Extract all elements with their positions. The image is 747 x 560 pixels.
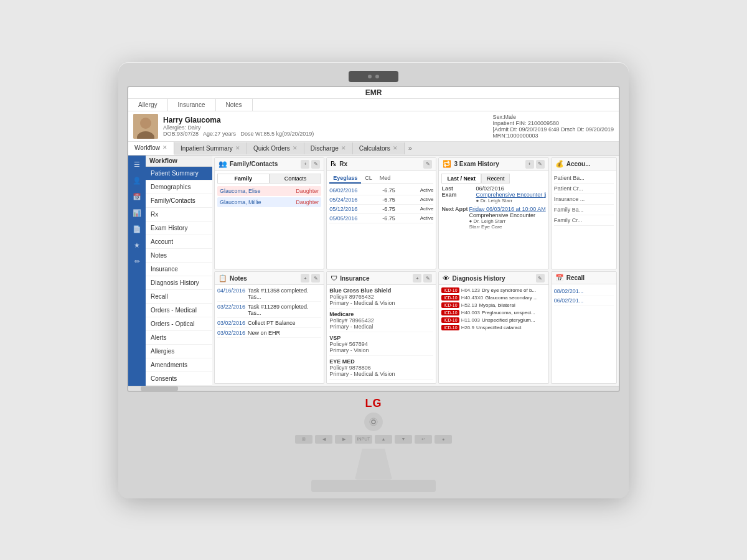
monitor-neck — [355, 449, 392, 480]
rx-icon: ℞ — [331, 160, 337, 168]
family-name-millie[interactable]: Glaucoma, Millie — [220, 199, 261, 205]
workflow-header: Workflow — [146, 156, 212, 167]
ctrl-btn-4[interactable]: INPUT — [355, 435, 372, 444]
tab-workflow-close[interactable]: ✕ — [162, 144, 167, 151]
rx-tab-cl[interactable]: CL — [361, 174, 376, 184]
tab-discharge-close[interactable]: ✕ — [341, 145, 346, 151]
rx-tab-eyeglass[interactable]: Eyeglass — [329, 174, 361, 184]
sidebar-item-alerts[interactable]: Alerts — [146, 331, 212, 345]
tab-discharge[interactable]: Discharge ✕ — [304, 142, 353, 154]
exam-tab-lastnext[interactable]: Last / Next — [441, 174, 481, 184]
tab-calculators[interactable]: Calculators ✕ — [353, 142, 405, 154]
diagnosis-edit-button[interactable]: ✎ — [536, 274, 545, 282]
family-tab-contacts[interactable]: Contacts — [270, 174, 322, 184]
exam-edit-button[interactable]: ✎ — [536, 160, 545, 169]
rx-val-4: -6.75 — [382, 215, 395, 222]
scrollbar[interactable] — [128, 386, 619, 391]
sidebar-icon-chart[interactable]: 📊 — [128, 207, 146, 220]
sidebar-item-consents[interactable]: Consents — [146, 372, 212, 386]
top-tab-allergy[interactable]: Allergy — [128, 99, 168, 111]
notes-icon: 📋 — [218, 274, 227, 282]
sidebar-item-allergies[interactable]: Allergies — [146, 345, 212, 358]
sidebar-item-family[interactable]: Family/Contacts — [146, 194, 212, 208]
exam-tab-recent[interactable]: Recent — [481, 174, 510, 184]
family-body: Family Contacts Glaucoma, Elise Daughter… — [215, 171, 324, 269]
svg-point-3 — [372, 420, 375, 424]
insurance-edit-button[interactable]: ✎ — [423, 274, 432, 282]
diagnosis-icon: 👁 — [443, 274, 449, 282]
monitor: EMR Allergy Insurance Notes Harry Glauco… — [118, 62, 629, 498]
sidebar-item-rx[interactable]: Rx — [146, 208, 212, 222]
widget-family: 👥 Family/Contacts + ✎ Family Contacts — [214, 157, 324, 270]
sidebar-icon-doc[interactable]: 📄 — [128, 223, 146, 236]
family-name-elise[interactable]: Glaucoma, Elise — [220, 188, 261, 194]
insurance-add-button[interactable]: + — [413, 274, 421, 282]
family-tab-family[interactable]: Family — [217, 174, 270, 184]
tab-workflow[interactable]: Workflow ✕ — [128, 142, 174, 155]
tab-quickorders-close[interactable]: ✕ — [293, 145, 298, 151]
notes-date-2: 03/22/2016 — [217, 304, 245, 316]
sidebar-item-patient-summary[interactable]: Patient Summary — [146, 167, 212, 180]
sidebar-icon-calendar[interactable]: 📅 — [128, 190, 146, 204]
family-actions: + ✎ — [301, 160, 320, 169]
notes-add-button[interactable]: + — [301, 274, 309, 282]
ctrl-btn-dot[interactable]: ● — [435, 435, 452, 444]
recall-icon: 📅 — [555, 274, 564, 282]
sidebar-icon-star[interactable]: ★ — [128, 239, 146, 253]
sidebar-item-account[interactable]: Account — [146, 235, 212, 249]
sidebar-icon-user[interactable]: 👤 — [128, 174, 146, 188]
diag-num-3: H52.13 — [461, 302, 477, 308]
ctrl-btn-7[interactable]: ↩ — [415, 435, 432, 444]
diag-num-2: H40.43X0 — [461, 295, 484, 301]
rx-date-3: 05/12/2016 — [329, 206, 357, 212]
webcam — [349, 71, 398, 82]
tab-inpatient-label: Inpatient Summary — [181, 145, 233, 152]
tab-quickorders[interactable]: Quick Orders ✕ — [247, 142, 304, 154]
exam-last-link[interactable]: Comprehensive Encounter ℹ — [476, 192, 546, 198]
top-tab-notes[interactable]: Notes — [216, 99, 253, 111]
tab-inpatient-close[interactable]: ✕ — [235, 145, 240, 151]
ctrl-btn-5[interactable]: ▲ — [375, 435, 392, 444]
ctrl-btn-1[interactable]: ⊞ — [295, 435, 312, 444]
tab-calculators-close[interactable]: ✕ — [393, 145, 398, 151]
tab-inpatient[interactable]: Inpatient Summary ✕ — [174, 142, 247, 154]
scrollbar-thumb[interactable] — [141, 386, 178, 391]
notes-edit-button[interactable]: ✎ — [311, 274, 320, 282]
sidebar-item-insurance[interactable]: Insurance — [146, 263, 212, 276]
rx-date-2: 05/24/2016 — [329, 197, 357, 203]
diag-code-3: ICD-10 — [441, 302, 459, 308]
exam-icon: 🔁 — [443, 160, 451, 168]
sidebar-item-diagnosis[interactable]: Diagnosis History — [146, 276, 212, 290]
diag-code-2: ICD-10 — [441, 295, 459, 301]
exam-last-date: 06/02/2016 — [476, 185, 546, 192]
diag-code-5: ICD-10 — [441, 317, 459, 323]
sidebar-item-orders-optical[interactable]: Orders - Optical — [146, 317, 212, 331]
sidebar-item-amendments[interactable]: Amendments — [146, 358, 212, 372]
exam-add-button[interactable]: + — [525, 160, 534, 169]
ctrl-btn-3[interactable]: ▶ — [335, 435, 352, 444]
account-row-4: Family Ba... — [554, 205, 614, 215]
exam-next-place: Starr Eye Care — [469, 224, 546, 230]
ctrl-btn-2[interactable]: ◀ — [315, 435, 332, 444]
exam-next-link[interactable]: Friday 06/03/2016 at 10:00 AM — [469, 206, 546, 212]
rx-tab-med[interactable]: Med — [376, 174, 395, 184]
rx-edit-button[interactable]: ✎ — [423, 160, 432, 169]
sidebar-item-demographics[interactable]: Demographics — [146, 180, 212, 194]
sidebar-icon-menu[interactable]: ☰ — [128, 158, 146, 172]
sidebar-item-notes[interactable]: Notes — [146, 249, 212, 263]
sidebar-icon-edit[interactable]: ✏ — [128, 255, 146, 269]
family-edit-button[interactable]: ✎ — [311, 160, 320, 169]
diag-code-1: ICD-10 — [441, 287, 459, 293]
ctrl-btn-6[interactable]: ▼ — [395, 435, 412, 444]
diag-desc-4: Preglaucoma, unspeci... — [482, 310, 535, 315]
sidebar-item-recall[interactable]: Recall — [146, 290, 212, 304]
diag-code-6: ICD-10 — [441, 325, 459, 330]
diag-row-5: ICD-10 H11.003 Unspecified pterygium... — [441, 317, 545, 323]
patient-sex: Sex:Male — [492, 114, 614, 120]
sidebar-item-exam[interactable]: Exam History — [146, 222, 212, 235]
sidebar-item-orders-medical[interactable]: Orders - Medical — [146, 304, 212, 317]
top-tab-insurance[interactable]: Insurance — [168, 99, 216, 111]
notes-actions: + ✎ — [301, 274, 320, 282]
tab-more[interactable]: » — [405, 142, 416, 154]
family-add-button[interactable]: + — [301, 160, 309, 169]
